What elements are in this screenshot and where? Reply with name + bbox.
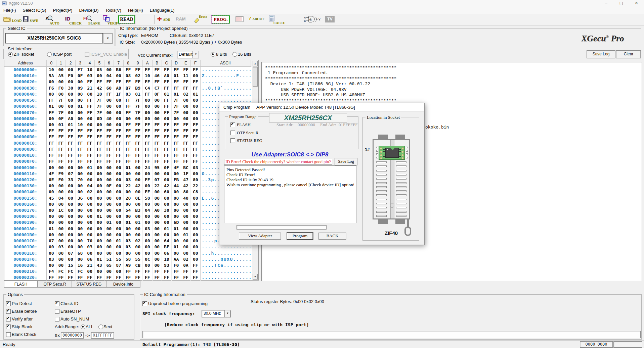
hex-byte-cell[interactable]: 00 xyxy=(104,213,114,219)
minimize-button[interactable]: – xyxy=(599,0,614,6)
hex-byte-cell[interactable]: 00 xyxy=(95,122,104,128)
hex-ascii-cell[interactable]: ................ xyxy=(201,244,251,250)
vcc-dropdown-button[interactable]: ▼ xyxy=(192,51,199,58)
hex-byte-cell[interactable]: FF xyxy=(114,134,124,140)
hex-byte-cell[interactable]: A0 xyxy=(66,116,76,122)
hex-byte-cell[interactable]: FF xyxy=(76,158,85,164)
hex-byte-cell[interactable]: 00 xyxy=(191,244,201,250)
hex-byte-cell[interactable]: 00 xyxy=(47,183,56,189)
hex-byte-cell[interactable]: AD xyxy=(114,85,124,91)
hex-byte-cell[interactable]: 00 xyxy=(85,195,95,201)
hex-byte-cell[interactable]: FF xyxy=(143,268,153,275)
hex-byte-cell[interactable]: FF xyxy=(143,275,153,281)
hex-byte-cell[interactable]: 00 xyxy=(66,201,76,207)
hex-byte-cell[interactable]: 01 xyxy=(133,91,143,97)
hex-ascii-cell[interactable]: ....!Ce......... xyxy=(201,262,251,268)
hex-byte-cell[interactable]: 00 xyxy=(76,232,85,238)
hex-byte-cell[interactable]: FF xyxy=(153,146,162,152)
hex-byte-cell[interactable]: 00 xyxy=(181,97,191,103)
hex-byte-cell[interactable]: 22 xyxy=(124,183,133,189)
hex-byte-cell[interactable]: 95 xyxy=(153,165,162,171)
hex-byte-cell[interactable]: 42 xyxy=(181,183,191,189)
save-log-button[interactable]: Save Log xyxy=(587,50,615,58)
hex-byte-cell[interactable]: 00 xyxy=(143,219,153,226)
hex-byte-cell[interactable]: 03 xyxy=(143,226,153,232)
hex-byte-cell[interactable]: FF xyxy=(162,110,172,116)
hex-byte-cell[interactable]: 43 xyxy=(95,262,104,268)
hex-byte-cell[interactable]: 07 xyxy=(66,250,76,256)
hex-byte-cell[interactable]: 00 xyxy=(76,201,85,207)
hex-byte-cell[interactable]: FF xyxy=(47,152,56,158)
otp-range-checkbox[interactable] xyxy=(230,131,235,135)
hex-byte-cell[interactable]: 00 xyxy=(104,201,114,207)
hex-byte-cell[interactable]: FF xyxy=(114,140,124,146)
hex-byte-cell[interactable]: 00 xyxy=(114,97,124,103)
hex-byte-cell[interactable]: 00 xyxy=(114,219,124,226)
hex-byte-cell[interactable]: 22 xyxy=(153,183,162,189)
hex-byte-cell[interactable]: 00 xyxy=(104,207,114,213)
program-button[interactable]: Program xyxy=(287,233,313,240)
hex-byte-cell[interactable]: FF xyxy=(85,103,95,109)
hex-byte-cell[interactable]: BC xyxy=(181,165,191,171)
hex-byte-cell[interactable]: FF xyxy=(181,79,191,85)
hex-byte-cell[interactable]: 00 xyxy=(162,201,172,207)
hex-byte-cell[interactable]: FF xyxy=(133,268,143,275)
hex-byte-cell[interactable]: B7 xyxy=(124,85,133,91)
chip-test-button[interactable] xyxy=(235,15,244,24)
hex-byte-cell[interactable]: 00 xyxy=(104,195,114,201)
hex-byte-cell[interactable]: 0F xyxy=(153,91,162,97)
hex-byte-cell[interactable]: 00 xyxy=(56,262,66,268)
hex-byte-cell[interactable]: 00 xyxy=(47,219,56,226)
hex-byte-cell[interactable]: 00 xyxy=(95,201,104,207)
hex-byte-cell[interactable]: FF xyxy=(133,152,143,158)
hex-byte-cell[interactable]: FF xyxy=(47,134,56,140)
addr-to-input[interactable]: 01FFFFFF xyxy=(91,332,114,339)
hex-byte-cell[interactable]: 00 xyxy=(153,238,162,244)
hex-byte-cell[interactable]: 40 xyxy=(104,116,114,122)
addr-all-radio[interactable] xyxy=(81,325,85,329)
hex-byte-cell[interactable]: 45 xyxy=(47,195,56,201)
hex-byte-cell[interactable]: FF xyxy=(104,146,114,152)
auto-button[interactable]: A AUTO xyxy=(45,15,54,23)
hex-byte-cell[interactable]: BF xyxy=(162,244,172,250)
hex-byte-cell[interactable]: 00 xyxy=(143,244,153,250)
hex-byte-cell[interactable]: FF xyxy=(181,134,191,140)
hex-byte-cell[interactable]: 00 xyxy=(85,122,95,128)
hex-byte-cell[interactable]: 00 xyxy=(56,91,66,97)
hex-byte-cell[interactable]: 02 xyxy=(181,256,191,262)
hex-byte-cell[interactable]: 00 xyxy=(104,268,114,275)
hex-byte-cell[interactable]: 7F xyxy=(95,97,104,103)
hex-byte-cell[interactable]: 4F xyxy=(172,165,181,171)
hex-byte-cell[interactable]: FF xyxy=(162,146,172,152)
hex-byte-cell[interactable]: 03 xyxy=(124,177,133,183)
hex-byte-cell[interactable]: 00 xyxy=(66,207,76,213)
add-button[interactable]: ✚ ADD xyxy=(157,16,170,22)
hex-byte-cell[interactable]: FF xyxy=(104,275,114,281)
hex-byte-cell[interactable]: 00 xyxy=(95,189,104,195)
hex-byte-cell[interactable]: 00 xyxy=(95,207,104,213)
hex-byte-cell[interactable]: 80 xyxy=(181,189,191,195)
hex-byte-cell[interactable]: FF xyxy=(85,79,95,85)
hex-byte-cell[interactable]: 00 xyxy=(56,219,66,226)
hex-byte-cell[interactable]: 00 xyxy=(76,213,85,219)
hex-byte-cell[interactable]: 80 xyxy=(191,177,201,183)
hex-byte-cell[interactable]: FF xyxy=(172,152,181,158)
hex-byte-cell[interactable]: FF xyxy=(133,140,143,146)
hex-byte-cell[interactable]: 00 xyxy=(181,116,191,122)
hex-byte-cell[interactable]: 00 xyxy=(104,189,114,195)
hex-byte-cell[interactable]: FF xyxy=(162,275,172,281)
hex-byte-cell[interactable]: 00 xyxy=(181,207,191,213)
hex-byte-cell[interactable]: 00 xyxy=(66,183,76,189)
addr-sect-radio[interactable] xyxy=(98,325,103,329)
hex-byte-cell[interactable]: FF xyxy=(76,146,85,152)
hex-byte-cell[interactable]: 00 xyxy=(172,250,181,256)
hex-byte-cell[interactable]: FF xyxy=(133,122,143,128)
hex-byte-cell[interactable]: FF xyxy=(172,158,181,164)
hex-byte-cell[interactable]: FF xyxy=(143,122,153,128)
close-button[interactable]: ✕ xyxy=(629,0,644,6)
hex-byte-cell[interactable]: FF xyxy=(181,140,191,146)
hex-byte-cell[interactable]: 01 xyxy=(56,122,66,128)
hex-byte-cell[interactable]: 00 xyxy=(76,79,85,85)
menu-item[interactable]: Tools(V) xyxy=(102,7,125,14)
hex-byte-cell[interactable]: 58 xyxy=(143,195,153,201)
